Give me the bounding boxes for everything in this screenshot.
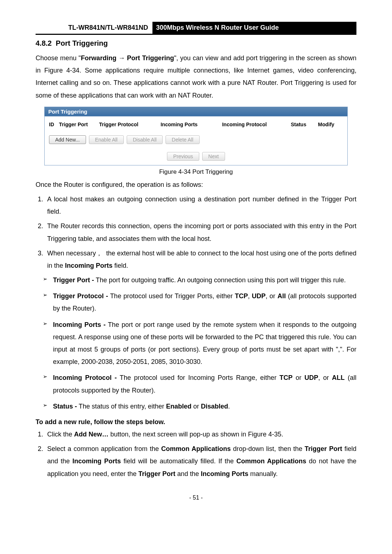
figure-caption: Figure 4-34 Port Triggering — [36, 168, 356, 176]
list-item: Click the Add New… button, the next scre… — [45, 428, 356, 440]
def-st-b1: Enabled — [166, 403, 191, 410]
s2l: Incoming Ports — [201, 470, 248, 477]
def-ip-c1: or — [293, 374, 305, 381]
term-trigger-port: Trigger Port - — [53, 276, 94, 284]
intro-bold-porttrigger: Port Triggering — [127, 54, 174, 62]
delete-all-button[interactable]: Delete All — [166, 135, 199, 144]
def-st-a: The status of this entry, either — [77, 403, 166, 410]
intro-paragraph: Choose menu "Forwarding → Port Triggerin… — [36, 52, 356, 102]
section-title-text: Port Triggering — [56, 39, 108, 47]
add-rule-steps: Click the Add New… button, the next scre… — [36, 428, 356, 480]
def-st-c2: . — [228, 403, 230, 410]
add-new-button[interactable]: Add New... — [49, 135, 86, 144]
list-item: Select a common application from the Com… — [45, 443, 356, 480]
s2h: Common Applications — [236, 457, 306, 465]
panel-pager-row: Previous Next — [49, 152, 343, 161]
def-ip-c2: , or — [318, 374, 332, 381]
col-id: ID — [49, 122, 58, 127]
section-heading: 4.8.2 Port Triggering — [36, 39, 356, 48]
def-tp-b2: UDP — [252, 292, 266, 300]
term-incoming-ports: Incoming Ports - — [53, 321, 106, 328]
page-header: TL-WR841N/TL-WR841ND 300Mbps Wireless N … — [36, 22, 356, 35]
intro-text: Choose menu " — [36, 54, 81, 62]
def-tp-b1: TCP — [235, 292, 248, 300]
def-tp-c2: , or — [266, 292, 278, 300]
col-trigger-port: Trigger Port — [59, 122, 98, 127]
term-trigger-protocol: Trigger Protocol - — [53, 292, 108, 300]
panel-title: Port Triggering — [45, 107, 347, 116]
s1a: Click the — [47, 431, 74, 438]
header-model: TL-WR841N/TL-WR841ND — [36, 22, 152, 34]
list-item: Incoming Protocol - The protocol used fo… — [45, 372, 356, 396]
operation-steps-list: A local host makes an outgoing connectio… — [36, 193, 356, 272]
def-ip-b1: TCP — [279, 374, 293, 381]
def-tp-a: The protocol used for Trigger Ports, eit… — [108, 292, 235, 300]
col-status: Status — [291, 122, 317, 127]
def-tp-b3: All — [277, 292, 286, 300]
s2d: Trigger Port — [305, 445, 342, 452]
def-ip-a: The protocol used for Incoming Ports Ran… — [117, 374, 279, 381]
document-page: TL-WR841N/TL-WR841ND 300Mbps Wireless N … — [0, 0, 392, 516]
port-triggering-panel: Port Triggering ID Trigger Port Trigger … — [44, 107, 348, 165]
s2j: Trigger Port — [138, 470, 175, 477]
s2a: Select a common application from the — [47, 445, 161, 452]
page-number: - 51 - — [36, 495, 356, 501]
list-item: The Router records this connection, open… — [45, 220, 356, 245]
section-number: 4.8.2 — [36, 39, 52, 47]
list-item: Status - The status of this entry, eithe… — [45, 400, 356, 413]
step3-bold: Incoming Ports — [65, 262, 113, 269]
col-incoming-protocol: Incoming Protocol — [222, 122, 290, 127]
header-guide: 300Mbps Wireless N Router User Guide — [152, 22, 356, 34]
panel-body: ID Trigger Port Trigger Protocol Incomin… — [45, 116, 347, 165]
enable-all-button[interactable]: Enable All — [89, 135, 124, 144]
after-panel-text: Once the Router is configured, the opera… — [36, 178, 356, 191]
add-rule-heading: To add a new rule, follow the steps belo… — [36, 418, 356, 426]
list-item: A local host makes an outgoing connectio… — [45, 193, 356, 218]
s1b: Add New… — [74, 431, 109, 438]
list-item: Trigger Port - The port for outgoing tra… — [45, 274, 356, 286]
col-incoming-ports: Incoming Ports — [160, 122, 221, 127]
term-status: Status - — [53, 403, 77, 410]
def-ip-b2: UDP — [305, 374, 318, 381]
s2f: Incoming Ports — [73, 457, 121, 465]
list-item: When necessary， the external host will b… — [45, 247, 356, 272]
col-modify: Modify — [318, 122, 343, 127]
def-ip-b3: ALL — [332, 374, 345, 381]
step3-text-b: field. — [113, 262, 128, 269]
def-st-c1: or — [191, 403, 201, 410]
s1c: button, the next screen will pop-up as s… — [109, 431, 283, 438]
intro-bold-forwarding: Forwarding — [81, 54, 117, 62]
def-trigger-port: The port for outgoing traffic. An outgoi… — [94, 276, 346, 284]
panel-button-row: Add New... Enable All Disable All Delete… — [49, 135, 343, 144]
term-incoming-protocol: Incoming Protocol - — [53, 374, 117, 381]
disable-all-button[interactable]: Disable All — [127, 135, 163, 144]
s2m: manually. — [248, 470, 278, 477]
list-item: Incoming Ports - The port or port range … — [45, 319, 356, 368]
def-st-b2: Disabled — [201, 403, 228, 410]
arrow-icon: → — [117, 54, 127, 62]
field-definitions: Trigger Port - The port for outgoing tra… — [36, 274, 356, 413]
s2k: and the — [175, 470, 201, 477]
s2g: field will be automatically filled. If t… — [121, 457, 236, 465]
s2b: Common Applications — [161, 445, 231, 452]
next-button[interactable]: Next — [202, 152, 225, 161]
col-trigger-protocol: Trigger Protocol — [99, 122, 160, 127]
previous-button[interactable]: Previous — [167, 152, 199, 161]
table-header-row: ID Trigger Port Trigger Protocol Incomin… — [49, 122, 343, 127]
def-tp-c1: , — [248, 292, 252, 300]
s2c: drop-down list, then the — [231, 445, 305, 452]
list-item: Trigger Protocol - The protocol used for… — [45, 290, 356, 315]
